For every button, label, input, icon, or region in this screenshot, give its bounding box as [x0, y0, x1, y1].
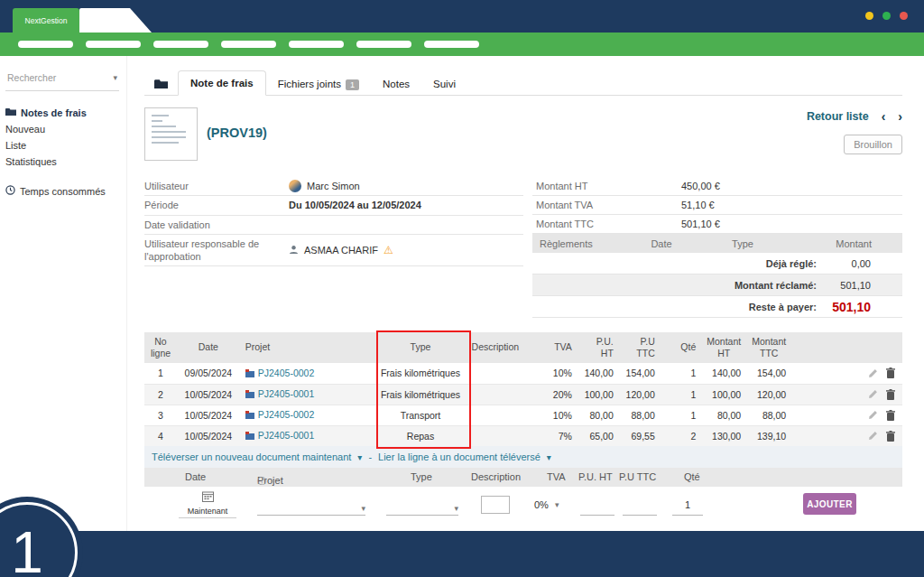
total-row-claimed: Montant réclamé: 501,10 [532, 275, 902, 296]
add-col-date: Date [185, 471, 206, 482]
pu-ht-input[interactable] [580, 499, 614, 516]
maximize-dot-icon[interactable] [882, 12, 891, 20]
sidebar-item-label: Notes de frais [21, 107, 87, 118]
sidebar-item-label: Statistiques [5, 156, 57, 167]
project-link[interactable]: PJ2405-0001 [245, 388, 314, 399]
browser-tab[interactable] [79, 8, 152, 33]
add-line-form: Maintenant ▾ ▾ 0% ▾ 1 AJOUTER [144, 487, 902, 526]
tab-notes[interactable]: Notes [371, 72, 421, 96]
ajouter-button[interactable]: AJOUTER [803, 493, 856, 515]
cell-pu-ht: 80,00 [578, 405, 619, 425]
total-row-paid: Déjà réglé: 0,00 [532, 253, 902, 275]
menu-item-placeholder[interactable] [18, 41, 73, 48]
amount-row-tva: Montant TVA 51,10 € [532, 196, 902, 215]
menu-item-placeholder[interactable] [424, 41, 479, 48]
folder-icon [154, 80, 168, 91]
sidebar-item-temps-consommes[interactable]: Temps consommés [5, 182, 119, 200]
delete-icon[interactable] [886, 389, 895, 400]
next-record-button[interactable]: › [898, 109, 902, 124]
footer-bar [0, 531, 924, 577]
detail-row-validation: Date validation [144, 216, 523, 235]
table-row: 3 10/05/2024 PJ2405-0002 Transport 10% 8… [144, 405, 902, 425]
sidebar-item-notes-de-frais[interactable]: Notes de frais [5, 105, 119, 121]
cell-qte: 1 [661, 363, 702, 384]
tab-fichiers-joints[interactable]: Fichiers joints1 [266, 72, 371, 96]
page-title: (PROV19) [207, 126, 267, 140]
delete-icon[interactable] [886, 431, 895, 442]
sidebar-search-select[interactable]: Rechercher ▾ [5, 70, 119, 91]
details-panel: Utilisateur Marc Simon Période Du 10/05/… [144, 177, 523, 266]
chevron-down-icon: ▾ [357, 452, 362, 462]
description-input[interactable] [481, 496, 510, 514]
total-value: 501,10 [817, 280, 902, 291]
project-select[interactable]: ▾ [257, 499, 365, 516]
menu-item-placeholder[interactable] [221, 41, 276, 48]
cell-type: Frais kilométriques [374, 384, 466, 405]
folder-icon [5, 107, 16, 118]
amount-value: 450,00 € [681, 181, 720, 191]
edit-icon[interactable] [868, 389, 878, 399]
field-label: Période [144, 199, 289, 211]
field-label: Utilisateur [144, 180, 289, 192]
menu-item-placeholder[interactable] [153, 41, 208, 48]
amount-value: 51,10 € [681, 200, 715, 210]
approver-link[interactable]: ASMAA CHARIF [304, 245, 378, 256]
total-value: 501,10 [817, 300, 902, 314]
qty-input[interactable]: 1 [672, 499, 703, 516]
status-badge[interactable]: Brouillon [844, 135, 902, 154]
menu-item-placeholder[interactable] [356, 41, 411, 48]
chevron-down-icon: ▾ [547, 452, 551, 462]
window-controls [865, 12, 908, 20]
detail-row-period: Période Du 10/05/2024 au 12/05/2024 [144, 196, 523, 215]
amount-label: Montant HT [536, 181, 681, 191]
tab-suivi[interactable]: Suivi [421, 72, 467, 96]
close-dot-icon[interactable] [900, 12, 908, 20]
type-select[interactable]: ▾ [386, 499, 458, 516]
edit-icon[interactable] [868, 368, 878, 378]
link-document-link[interactable]: Lier la ligne à un document téléversé [378, 451, 541, 462]
detail-row-user: Utilisateur Marc Simon [144, 177, 523, 196]
date-picker[interactable]: Maintenant [179, 491, 236, 518]
table-row: 4 10/05/2024 PJ2405-0001 Repas 7% 65,00 … [144, 425, 902, 446]
previous-record-button[interactable]: ‹ [882, 109, 886, 124]
cell-montant-ttc: 154,00 [746, 363, 791, 384]
tva-select[interactable]: 0% ▾ [534, 499, 570, 510]
amount-row-ttc: Montant TTC 501,10 € [532, 215, 902, 234]
cell-montant-ht: 100,00 [701, 384, 746, 405]
tab-documents[interactable] [144, 73, 178, 96]
avatar [289, 180, 301, 192]
edit-icon[interactable] [868, 410, 878, 420]
add-col-tva: TVA [547, 471, 566, 482]
retour-liste-link[interactable]: Retour liste [807, 110, 869, 123]
project-link[interactable]: PJ2405-0002 [245, 368, 314, 378]
sidebar-item-label: Nouveau [5, 124, 45, 135]
minimize-dot-icon[interactable] [865, 12, 873, 20]
calendar-icon [202, 491, 214, 502]
cell-pu-ht: 100,00 [578, 384, 619, 405]
menu-item-placeholder[interactable] [289, 41, 344, 48]
sidebar-item-nouveau[interactable]: Nouveau [5, 121, 119, 137]
sidebar-item-liste[interactable]: Liste [5, 137, 119, 154]
col-header-qte: Qté [661, 332, 702, 363]
col-header-description: Description [467, 332, 541, 363]
project-link[interactable]: PJ2405-0001 [245, 430, 314, 441]
menu-item-placeholder[interactable] [86, 41, 141, 48]
user-link[interactable]: Marc Simon [307, 181, 360, 191]
delete-icon[interactable] [886, 410, 895, 421]
document-thumbnail[interactable] [144, 107, 198, 161]
date-value: Maintenant [179, 507, 236, 516]
col-header-tva: TVA [540, 332, 578, 363]
amount-label: Montant TTC [536, 219, 681, 229]
edit-icon[interactable] [868, 431, 878, 441]
brand-tab[interactable]: NextGestion [13, 8, 79, 33]
title-bar: NextGestion [0, 0, 924, 33]
tab-note-de-frais[interactable]: Note de frais [178, 70, 266, 96]
sidebar-item-label: Temps consommés [20, 186, 106, 197]
pu-ttc-input[interactable] [623, 499, 657, 516]
detail-tabs: Note de frais Fichiers joints1 Notes Sui… [144, 70, 902, 96]
cell-pu-ht: 140,00 [578, 363, 619, 384]
upload-document-link[interactable]: Téléverser un nouveau document maintenan… [152, 451, 351, 462]
sidebar-item-statistiques[interactable]: Statistiques [5, 154, 119, 170]
project-link[interactable]: PJ2405-0002 [245, 409, 314, 420]
delete-icon[interactable] [886, 368, 895, 378]
